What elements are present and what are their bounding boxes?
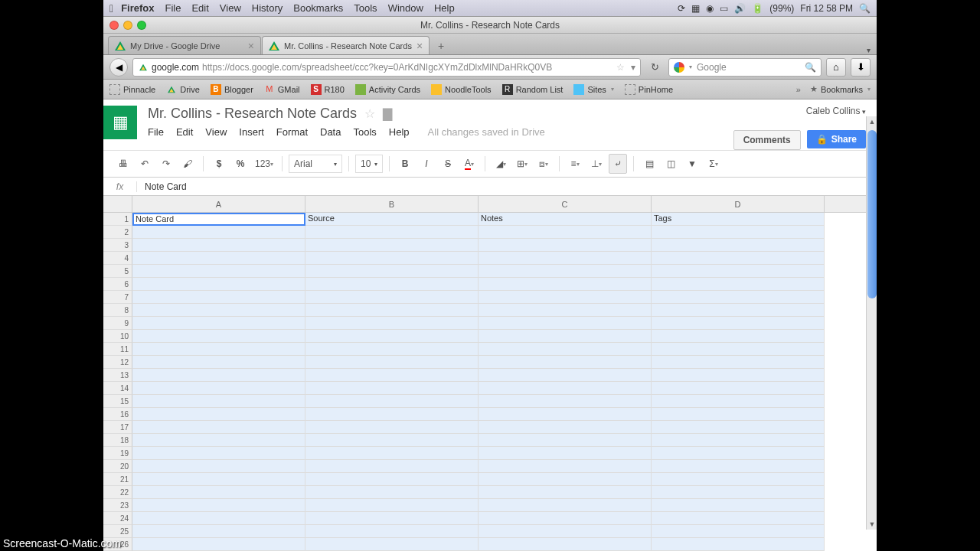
functions-button[interactable]: Σ: [704, 154, 723, 174]
menubar-window[interactable]: Window: [388, 2, 423, 14]
volume-icon[interactable]: 🔊: [734, 3, 746, 14]
currency-button[interactable]: $: [210, 154, 228, 174]
bookmark-item[interactable]: Drive: [166, 85, 200, 94]
cell[interactable]: [132, 330, 305, 343]
cell[interactable]: [652, 369, 825, 382]
bookmark-star-icon[interactable]: ☆: [616, 62, 625, 73]
menubar-history[interactable]: History: [252, 2, 283, 14]
cell[interactable]: [479, 486, 652, 499]
cell[interactable]: [479, 265, 652, 278]
cell[interactable]: [305, 460, 479, 473]
bookmark-item[interactable]: MGMail: [264, 84, 300, 95]
cell[interactable]: [305, 486, 479, 499]
cell[interactable]: [132, 512, 305, 525]
row-header[interactable]: 20: [103, 460, 132, 473]
percent-button[interactable]: %: [231, 154, 250, 174]
cell[interactable]: [479, 434, 652, 447]
cell[interactable]: [132, 421, 305, 434]
cell[interactable]: [305, 408, 479, 421]
spotlight-icon[interactable]: 🔍: [859, 3, 871, 14]
cell[interactable]: [305, 239, 479, 252]
downloads-button[interactable]: ⬇: [851, 58, 871, 77]
print-button[interactable]: 🖶: [114, 154, 132, 174]
column-header[interactable]: A: [132, 196, 305, 212]
menu-file[interactable]: File: [148, 126, 164, 138]
cell[interactable]: [479, 447, 652, 460]
cell[interactable]: [132, 278, 305, 291]
cell[interactable]: [652, 538, 825, 551]
comments-button[interactable]: Comments: [733, 130, 801, 150]
cell[interactable]: [305, 382, 479, 395]
move-folder-icon[interactable]: ▇: [383, 106, 392, 121]
cell[interactable]: [305, 226, 479, 239]
home-button[interactable]: ⌂: [826, 58, 846, 77]
close-tab-icon[interactable]: ×: [248, 40, 254, 52]
horizontal-align-button[interactable]: ≡: [566, 154, 584, 174]
row-header[interactable]: 4: [103, 252, 132, 265]
row-header[interactable]: 16: [103, 408, 132, 421]
row-header[interactable]: 11: [103, 343, 132, 356]
cell[interactable]: [132, 252, 305, 265]
filter-button[interactable]: ▼: [683, 154, 701, 174]
menubar-edit[interactable]: Edit: [191, 2, 208, 14]
cell[interactable]: [132, 265, 305, 278]
cell[interactable]: [652, 252, 825, 265]
cell[interactable]: Tags: [652, 213, 825, 226]
apple-menu-icon[interactable]: : [109, 2, 113, 15]
cell[interactable]: [479, 317, 652, 330]
cell[interactable]: [305, 499, 479, 512]
cell[interactable]: [132, 460, 305, 473]
menu-edit[interactable]: Edit: [176, 126, 193, 138]
cell[interactable]: [479, 278, 652, 291]
menu-help[interactable]: Help: [389, 126, 410, 138]
row-header[interactable]: 1: [103, 213, 132, 226]
row-header[interactable]: 24: [103, 512, 132, 525]
close-window-button[interactable]: [109, 21, 119, 30]
cell[interactable]: [132, 408, 305, 421]
cell[interactable]: [132, 369, 305, 382]
bookmark-item[interactable]: BBlogger: [211, 84, 253, 95]
row-header[interactable]: 22: [103, 486, 132, 499]
cell[interactable]: [305, 512, 479, 525]
font-selector[interactable]: Arial▾: [289, 155, 342, 173]
cell[interactable]: [132, 447, 305, 460]
row-header[interactable]: 25: [103, 525, 132, 538]
cell[interactable]: [652, 304, 825, 317]
cell[interactable]: [652, 421, 825, 434]
cell[interactable]: [132, 473, 305, 486]
cell[interactable]: Note Card: [132, 213, 305, 226]
menubar-help[interactable]: Help: [434, 2, 455, 14]
row-header[interactable]: 15: [103, 395, 132, 408]
cell[interactable]: Source: [305, 213, 479, 226]
scroll-up-icon[interactable]: ▲: [867, 116, 877, 127]
cell[interactable]: [132, 395, 305, 408]
paint-format-button[interactable]: 🖌: [178, 154, 197, 174]
cell[interactable]: [479, 291, 652, 304]
cell[interactable]: [305, 343, 479, 356]
vertical-align-button[interactable]: ⊥: [587, 154, 606, 174]
row-header[interactable]: 21: [103, 473, 132, 486]
cell[interactable]: [479, 226, 652, 239]
cell[interactable]: [479, 330, 652, 343]
cell[interactable]: [305, 473, 479, 486]
row-header[interactable]: 12: [103, 356, 132, 369]
cell[interactable]: [479, 460, 652, 473]
cell[interactable]: [305, 317, 479, 330]
row-header[interactable]: 23: [103, 499, 132, 512]
cell[interactable]: [479, 239, 652, 252]
menu-view[interactable]: View: [205, 126, 227, 138]
menu-tools[interactable]: Tools: [353, 126, 376, 138]
star-document-icon[interactable]: ☆: [364, 106, 375, 121]
cell[interactable]: [652, 408, 825, 421]
battery-icon[interactable]: 🔋: [752, 3, 763, 14]
cell[interactable]: [479, 499, 652, 512]
undo-button[interactable]: ↶: [136, 154, 154, 174]
cell[interactable]: [132, 356, 305, 369]
select-all-corner[interactable]: [103, 196, 132, 213]
more-formats-button[interactable]: 123: [253, 154, 276, 174]
bookmark-item[interactable]: Pinnacle: [109, 84, 155, 95]
cell[interactable]: [479, 382, 652, 395]
cell[interactable]: [479, 369, 652, 382]
text-color-button[interactable]: A: [460, 154, 479, 174]
cell[interactable]: [652, 512, 825, 525]
